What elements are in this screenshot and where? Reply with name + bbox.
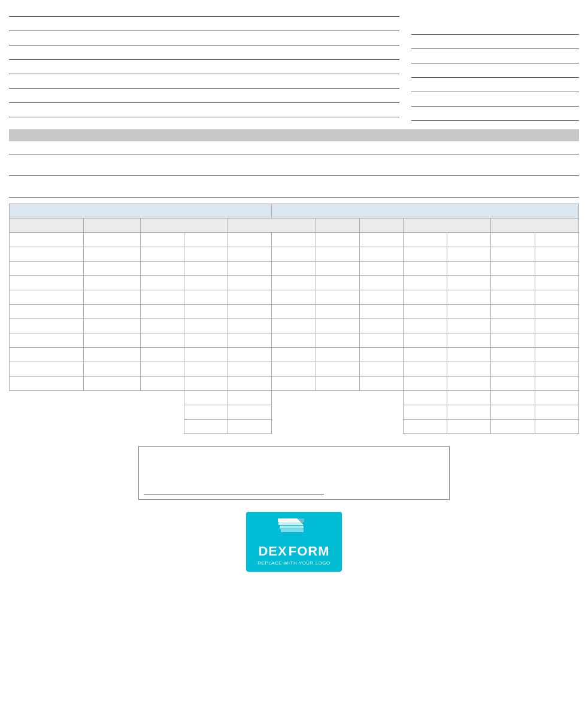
cell-ot1[interactable] [228,290,272,305]
cell-amt1[interactable] [404,362,447,377]
cell-ded1[interactable] [491,377,535,391]
cell-reg1[interactable] [140,305,184,319]
cell-amt1[interactable] [404,276,447,290]
cell-title[interactable] [83,319,140,333]
cell-desc[interactable] [316,262,359,276]
cell-name[interactable] [10,305,84,319]
field-7[interactable] [9,92,399,103]
cell-ot1[interactable] [228,348,272,362]
totals-cell-1a[interactable] [184,391,228,405]
cell-reg2[interactable] [184,247,228,262]
cell-ot1[interactable] [228,333,272,348]
cell-name[interactable] [10,362,84,377]
cell-name[interactable] [10,319,84,333]
cell-amt1[interactable] [404,247,447,262]
cell-ot2[interactable] [272,362,316,377]
totals-cell-1c[interactable] [404,391,447,405]
cell-ded1[interactable] [491,233,535,247]
line-1[interactable] [9,144,579,154]
cell-ded2[interactable] [535,247,578,262]
cell-ot1[interactable] [228,276,272,290]
cell-desc[interactable] [316,290,359,305]
cell-amt1[interactable] [404,333,447,348]
field-3[interactable] [9,35,399,45]
cell-title[interactable] [83,247,140,262]
cell-rate[interactable] [359,333,403,348]
cell-amt2[interactable] [447,305,491,319]
signature-box[interactable] [138,446,450,500]
cell-ot2[interactable] [272,276,316,290]
cell-rate[interactable] [359,362,403,377]
line-2[interactable] [9,165,579,176]
cell-ded1[interactable] [491,362,535,377]
cell-reg1[interactable] [140,233,184,247]
cell-ot2[interactable] [272,233,316,247]
cell-rate[interactable] [359,290,403,305]
cell-title[interactable] [83,262,140,276]
right-field-6[interactable] [411,96,579,107]
totals-cell-3b[interactable] [228,420,272,434]
right-field-1[interactable] [411,24,579,35]
cell-reg2[interactable] [184,377,228,391]
cell-amt1[interactable] [404,290,447,305]
cell-ot2[interactable] [272,262,316,276]
totals-cell-2f[interactable] [535,405,578,420]
cell-rate[interactable] [359,305,403,319]
cell-ded1[interactable] [491,290,535,305]
cell-reg1[interactable] [140,348,184,362]
cell-reg1[interactable] [140,362,184,377]
totals-cell-2c[interactable] [404,405,447,420]
totals-cell-3f[interactable] [535,420,578,434]
cell-desc[interactable] [316,348,359,362]
totals-cell-1b[interactable] [228,391,272,405]
cell-rate[interactable] [359,319,403,333]
cell-amt1[interactable] [404,233,447,247]
right-field-2[interactable] [411,38,579,49]
cell-amt1[interactable] [404,262,447,276]
cell-amt2[interactable] [447,262,491,276]
cell-name[interactable] [10,276,84,290]
cell-ded2[interactable] [535,290,578,305]
cell-reg2[interactable] [184,362,228,377]
cell-ot2[interactable] [272,333,316,348]
totals-cell-1e[interactable] [491,391,535,405]
cell-reg2[interactable] [184,305,228,319]
cell-ded2[interactable] [535,319,578,333]
cell-amt2[interactable] [447,377,491,391]
totals-cell-1d[interactable] [447,391,491,405]
cell-desc[interactable] [316,319,359,333]
cell-title[interactable] [83,276,140,290]
cell-ded1[interactable] [491,305,535,319]
totals-cell-2d[interactable] [447,405,491,420]
cell-rate[interactable] [359,247,403,262]
cell-amt1[interactable] [404,319,447,333]
cell-title[interactable] [83,377,140,391]
cell-title[interactable] [83,333,140,348]
cell-reg1[interactable] [140,377,184,391]
cell-ded2[interactable] [535,377,578,391]
cell-ot2[interactable] [272,290,316,305]
cell-name[interactable] [10,377,84,391]
cell-title[interactable] [83,348,140,362]
field-2[interactable] [9,20,399,31]
cell-rate[interactable] [359,262,403,276]
cell-desc[interactable] [316,377,359,391]
cell-ded2[interactable] [535,333,578,348]
field-1[interactable] [9,6,399,17]
cell-ot1[interactable] [228,247,272,262]
cell-amt2[interactable] [447,348,491,362]
totals-cell-2a[interactable] [184,405,228,420]
cell-ot2[interactable] [272,377,316,391]
cell-name[interactable] [10,290,84,305]
cell-rate[interactable] [359,276,403,290]
cell-amt1[interactable] [404,348,447,362]
cell-ded1[interactable] [491,348,535,362]
cell-desc[interactable] [316,276,359,290]
cell-desc[interactable] [316,233,359,247]
cell-amt2[interactable] [447,276,491,290]
cell-ot1[interactable] [228,262,272,276]
cell-reg2[interactable] [184,333,228,348]
cell-reg1[interactable] [140,262,184,276]
cell-title[interactable] [83,362,140,377]
cell-reg2[interactable] [184,262,228,276]
